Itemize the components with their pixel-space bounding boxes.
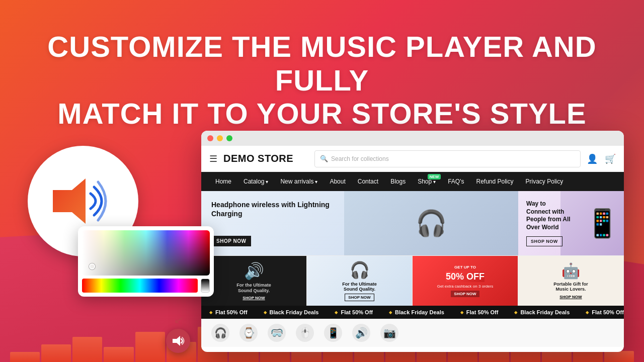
store-logo: DEMO STORE	[223, 153, 308, 164]
search-placeholder: Search for collections	[331, 155, 389, 162]
nav-contact[interactable]: Contact	[352, 172, 384, 191]
product-card-speaker: 🔊 For the UltimateSound Quality. SHOP NO…	[201, 256, 307, 306]
hamburger-menu-icon[interactable]: ☰	[209, 153, 217, 164]
product-card-headphone-title: For the UltimateSound Quality.	[342, 282, 377, 292]
vacuum-icon: 🤖	[561, 262, 580, 280]
hero-right-title: Way to Connect with People from All Over…	[526, 200, 571, 231]
music-player-bottom: ↙	[166, 329, 190, 353]
bottom-products-row: 🎧 ⌚ 🥽 🖱️ 📱 🔊 📷	[201, 319, 624, 347]
speaker-small-icon: 🔊	[352, 324, 370, 342]
product-card-vacuum-cta[interactable]: SHOP NOW	[556, 294, 585, 300]
eq-bar	[41, 344, 71, 362]
sale-label: GET UP TO	[454, 265, 476, 269]
headline-section: CUSTOMIZE THE MUSIC PLAYER AND FULLY MAT…	[0, 30, 644, 131]
product-strip: 🔊 For the UltimateSound Quality. SHOP NO…	[201, 255, 624, 306]
product-card-speaker-title: For the UltimateSound Quality.	[236, 283, 271, 294]
color-picker-crosshair[interactable]	[89, 263, 95, 269]
search-bar[interactable]: 🔍 Search for collections	[314, 150, 581, 167]
diamond-icon: ◆	[209, 310, 212, 315]
nav-blogs[interactable]: Blogs	[384, 172, 412, 191]
product-earbuds: 🎧	[211, 324, 229, 342]
nav-privacy-policy[interactable]: Privacy Policy	[520, 172, 570, 191]
headline-text: CUSTOMIZE THE MUSIC PLAYER AND FULLY MAT…	[30, 30, 614, 131]
hero-left-title: Headphone wireless with Lightning Chargi…	[211, 200, 345, 218]
diamond-icon: ◆	[586, 310, 589, 315]
watch-icon: ⌚	[239, 324, 258, 342]
product-watch: ⌚	[239, 324, 258, 342]
headphone-couple-graphic: 🎧	[344, 191, 519, 255]
diamond-icon: ◆	[335, 310, 338, 315]
nav-home[interactable]: Home	[209, 172, 237, 191]
ticker-item: ◆Black Friday Deals	[506, 309, 578, 315]
product-card-headphone-cta[interactable]: SHOP NOW	[345, 294, 374, 301]
product-speaker-small: 🔊	[352, 324, 370, 342]
cart-icon[interactable]: 🛒	[605, 153, 616, 164]
product-card-speaker-cta[interactable]: SHOP NOW	[243, 296, 265, 300]
black-friday-ticker: ◆Flat 50% Off ◆Black Friday Deals ◆Flat …	[201, 306, 624, 319]
camera-icon: 📷	[380, 324, 398, 342]
music-player-icon[interactable]	[166, 329, 190, 353]
speaker-product-icon: 🔊	[244, 261, 264, 281]
product-mouse: 🖱️	[296, 324, 314, 342]
diamond-icon: ◆	[460, 310, 463, 315]
eq-bar	[10, 352, 40, 362]
search-icon: 🔍	[320, 155, 328, 162]
color-picker-controls	[82, 279, 210, 293]
diamond-icon: ◆	[389, 310, 392, 315]
color-gradient-area[interactable]	[82, 230, 210, 276]
sale-sub: Get extra cashback on 3 orders	[437, 284, 494, 289]
browser-titlebar	[201, 131, 624, 146]
user-icon[interactable]: 👤	[587, 153, 598, 164]
alpha-slider[interactable]	[201, 279, 210, 293]
product-card-sale-cta[interactable]: SHOP NOW	[451, 291, 479, 297]
nav-new-arrivals[interactable]: New arrivals ▾	[274, 172, 324, 191]
hero-right-shop-now-button[interactable]: SHOP NOW	[526, 236, 562, 246]
phone-icon: 📱	[324, 324, 342, 342]
ticker-item: ◆Black Friday Deals	[381, 309, 452, 315]
product-camera: 📷	[380, 324, 398, 342]
product-phone: 📱	[324, 324, 342, 342]
earbuds-icon: 🎧	[211, 324, 229, 342]
eq-bar	[135, 332, 165, 362]
headphone-woman-icon: 🎧	[350, 260, 370, 280]
svg-marker-0	[53, 178, 86, 224]
store-nav: Home Catalog ▾ New arrivals ▾ About Cont…	[201, 172, 624, 191]
eq-bar	[104, 347, 133, 362]
product-card-vacuum: 🤖 Portable Gift forMusic Lovers. SHOP NO…	[518, 256, 624, 306]
close-button-dot[interactable]	[207, 135, 213, 141]
browser-window: ☰ DEMO STORE 🔍 Search for collections 👤 …	[201, 131, 624, 352]
store-header: ☰ DEMO STORE 🔍 Search for collections 👤 …	[201, 146, 624, 172]
nav-catalog[interactable]: Catalog ▾	[237, 172, 274, 191]
volume-icon	[172, 334, 185, 347]
ticker-item: ◆Flat 50% Off	[327, 309, 381, 315]
ticker-item: ◆Black Friday Deals	[256, 309, 327, 315]
ticker-content: ◆Flat 50% Off ◆Black Friday Deals ◆Flat …	[201, 309, 624, 315]
hue-slider[interactable]	[82, 279, 198, 293]
color-picker-panel[interactable]	[78, 226, 214, 297]
product-card-sale: GET UP TO 50% OFF Get extra cashback on …	[413, 256, 518, 306]
diamond-icon: ◆	[514, 310, 517, 315]
vr-icon: 🥽	[268, 324, 286, 342]
speaker-svg	[53, 176, 113, 226]
eq-bar	[72, 337, 102, 362]
mouse-icon: 🖱️	[296, 324, 314, 342]
store-hero: 🎧 Headphone wireless with Lightning Char…	[201, 191, 624, 255]
eq-bar	[604, 351, 634, 362]
hero-left-image: 🎧	[344, 191, 519, 255]
ticker-item: ◆Flat 50% Off	[578, 309, 624, 315]
nav-faqs[interactable]: FAQ's	[442, 172, 470, 191]
nav-about[interactable]: About	[324, 172, 351, 191]
speaker-icon	[53, 176, 113, 226]
nav-refund-policy[interactable]: Refund Policy	[470, 172, 519, 191]
diamond-icon: ◆	[264, 310, 267, 315]
sale-percent: 50% OFF	[446, 272, 485, 282]
hero-left-banner: 🎧 Headphone wireless with Lightning Char…	[201, 191, 518, 255]
minimize-button-dot[interactable]	[217, 135, 223, 141]
svg-marker-1	[173, 336, 180, 346]
ticker-item: ◆Flat 50% Off	[201, 309, 256, 315]
product-card-headphone-woman: 🎧 For the UltimateSound Quality. SHOP NO…	[307, 256, 413, 306]
nav-shop[interactable]: Shop ▾ NEW	[412, 172, 442, 191]
maximize-button-dot[interactable]	[226, 135, 232, 141]
ticker-item: ◆Flat 50% Off	[452, 309, 507, 315]
hero-left-shop-now-button[interactable]: SHOP NOW	[211, 236, 251, 246]
